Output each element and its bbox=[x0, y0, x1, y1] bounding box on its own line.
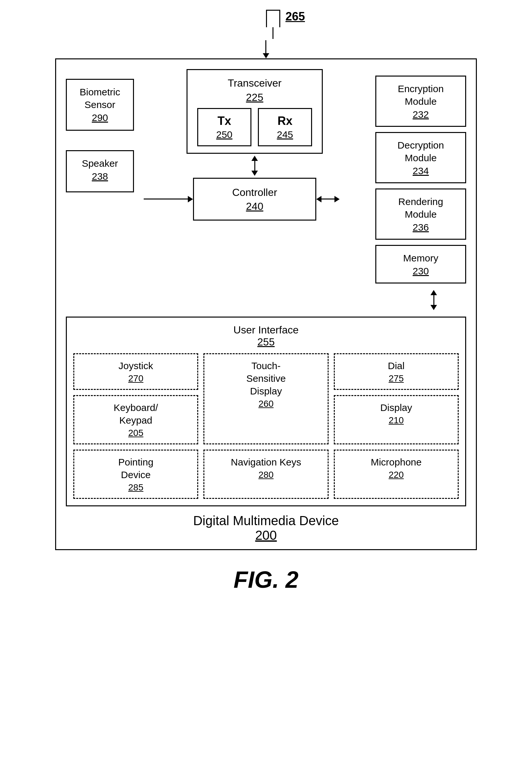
rendering-module-box: RenderingModule 236 bbox=[375, 188, 466, 240]
pointing-device-box: PointingDevice 285 bbox=[73, 450, 198, 499]
joystick-number: 270 bbox=[79, 373, 193, 384]
navigation-keys-title: Navigation Keys bbox=[231, 457, 301, 467]
speaker-number: 238 bbox=[73, 171, 126, 182]
device-name: Digital Multimedia Device bbox=[193, 513, 339, 528]
microphone-title: Microphone bbox=[371, 457, 422, 467]
rendering-module-number: 236 bbox=[383, 222, 459, 233]
diagram-container: 265 BiometricSensor 290 Speaker bbox=[20, 10, 512, 593]
decryption-module-box: DecryptionModule 234 bbox=[375, 132, 466, 183]
rx-number: 245 bbox=[268, 129, 301, 140]
display-number: 210 bbox=[339, 415, 453, 426]
controller-ui-arrow bbox=[234, 290, 532, 310]
memory-title: Memory bbox=[403, 253, 438, 263]
biometric-sensor-box: BiometricSensor 290 bbox=[66, 79, 134, 131]
touch-sensitive-display-number: 260 bbox=[209, 399, 323, 409]
transceiver-title: Transceiver bbox=[228, 77, 282, 89]
dial-box: Dial 275 bbox=[334, 353, 459, 390]
tx-number: 250 bbox=[208, 129, 241, 140]
rendering-module-title: RenderingModule bbox=[398, 196, 443, 219]
rx-box: Rx 245 bbox=[258, 108, 312, 146]
speaker-title: Speaker bbox=[82, 158, 118, 169]
joystick-title: Joystick bbox=[119, 360, 153, 371]
device-outer-box: BiometricSensor 290 Speaker 238 Transcei… bbox=[55, 58, 477, 550]
left-column: BiometricSensor 290 Speaker 238 bbox=[66, 79, 134, 192]
navigation-keys-number: 280 bbox=[209, 470, 323, 480]
pointing-device-title: PointingDevice bbox=[118, 457, 153, 480]
ui-number: 255 bbox=[257, 336, 274, 348]
controller-box: Controller 240 bbox=[193, 178, 316, 221]
ui-label: User Interface bbox=[234, 324, 299, 336]
transceiver-number: 225 bbox=[197, 91, 312, 104]
middle-column: Transceiver 225 Tx 250 Rx 245 bbox=[144, 69, 365, 220]
navigation-keys-box: Navigation Keys 280 bbox=[203, 450, 328, 499]
memory-box: Memory 230 bbox=[375, 245, 466, 283]
decryption-module-title: DecryptionModule bbox=[397, 140, 444, 163]
tx-box: Tx 250 bbox=[197, 108, 251, 146]
memory-number: 230 bbox=[383, 266, 459, 277]
microphone-number: 220 bbox=[339, 470, 453, 480]
transceiver-inner: Tx 250 Rx 245 bbox=[197, 108, 312, 146]
left-to-controller-arrow bbox=[144, 196, 193, 202]
dial-number: 275 bbox=[339, 373, 453, 384]
pointing-device-number: 285 bbox=[79, 482, 193, 493]
keyboard-keypad-number: 205 bbox=[79, 428, 193, 438]
biometric-sensor-title: BiometricSensor bbox=[79, 87, 120, 110]
biometric-sensor-number: 290 bbox=[73, 112, 126, 123]
ui-grid: Joystick 270 Touch-SensitiveDisplay 260 … bbox=[73, 353, 459, 499]
tx-label: Tx bbox=[208, 114, 241, 128]
right-column: EncryptionModule 232 DecryptionModule 23… bbox=[375, 75, 466, 283]
user-interface-section: User Interface 255 Joystick 270 Touch-Se… bbox=[66, 316, 466, 506]
transceiver-controller-arrow bbox=[251, 156, 258, 176]
controller-title: Controller bbox=[232, 186, 277, 198]
display-box: Display 210 bbox=[334, 395, 459, 445]
microphone-box: Microphone 220 bbox=[334, 450, 459, 499]
device-label-area: Digital Multimedia Device 200 bbox=[66, 513, 466, 543]
fig-label: FIG. 2 bbox=[234, 566, 298, 593]
device-number: 200 bbox=[255, 528, 277, 542]
user-interface-title: User Interface 255 bbox=[73, 324, 459, 348]
transceiver-box: Transceiver 225 Tx 250 Rx 245 bbox=[186, 69, 323, 154]
encryption-module-title: EncryptionModule bbox=[398, 83, 444, 107]
controller-right-arrow bbox=[316, 196, 365, 202]
top-section: BiometricSensor 290 Speaker 238 Transcei… bbox=[66, 69, 466, 283]
touch-sensitive-display-title: Touch-SensitiveDisplay bbox=[246, 360, 286, 396]
controller-number: 240 bbox=[210, 201, 299, 213]
keyboard-keypad-title: Keyboard/Keypad bbox=[114, 402, 158, 426]
touch-sensitive-display-box: Touch-SensitiveDisplay 260 bbox=[203, 353, 328, 445]
antenna-down-arrow bbox=[263, 40, 269, 58]
keyboard-keypad-box: Keyboard/Keypad 205 bbox=[73, 395, 198, 445]
rx-label: Rx bbox=[268, 114, 301, 128]
controller-row: Controller 240 bbox=[144, 178, 365, 221]
encryption-module-number: 232 bbox=[383, 109, 459, 120]
display-title: Display bbox=[380, 402, 412, 413]
antenna-symbol bbox=[266, 10, 280, 39]
decryption-module-number: 234 bbox=[383, 166, 459, 176]
joystick-box: Joystick 270 bbox=[73, 353, 198, 390]
dial-title: Dial bbox=[388, 360, 405, 371]
encryption-module-box: EncryptionModule 232 bbox=[375, 75, 466, 127]
antenna-area: 265 bbox=[227, 10, 305, 58]
speaker-box: Speaker 238 bbox=[66, 150, 134, 192]
antenna-label: 265 bbox=[285, 10, 305, 23]
